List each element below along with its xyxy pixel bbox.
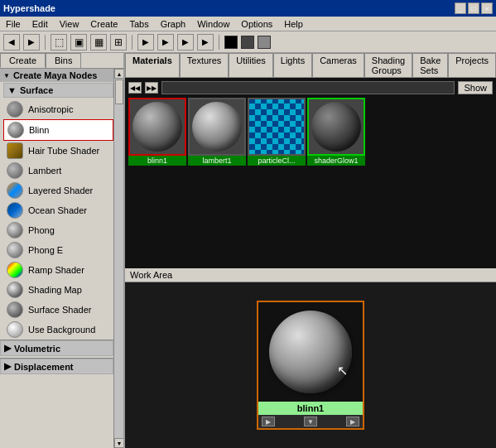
- shader-shading-map[interactable]: Shading Map: [3, 280, 113, 300]
- material-thumb-particle-img: [248, 98, 306, 156]
- shader-anisotropic[interactable]: Anisotropic: [3, 99, 113, 119]
- toolbar-btn-8[interactable]: ▶: [197, 34, 214, 51]
- shader-phong-e[interactable]: Phong E: [3, 240, 113, 260]
- menu-tabs[interactable]: Tabs: [127, 18, 151, 30]
- color-swatch-dark[interactable]: [241, 36, 254, 49]
- work-area-content: ↖ blinn1 ▶ ▼ ▶: [125, 282, 496, 448]
- phong-e-icon: [7, 242, 23, 258]
- toolbar-btn-7[interactable]: ▶: [177, 34, 194, 51]
- surface-shader-icon: [7, 301, 23, 318]
- menu-window[interactable]: Window: [195, 18, 232, 30]
- work-node-sphere-area: ↖: [258, 302, 363, 402]
- tab-utilities[interactable]: Utilities: [229, 53, 272, 77]
- maximize-button[interactable]: □: [468, 2, 479, 14]
- tab-projects[interactable]: Projects: [448, 53, 496, 77]
- scroll-up[interactable]: ▲: [114, 69, 123, 79]
- work-node-label: blinn1: [258, 402, 363, 415]
- materials-show-button[interactable]: Show: [458, 81, 493, 94]
- color-swatch-gray[interactable]: [258, 36, 271, 49]
- tab-materials[interactable]: Materials: [125, 53, 180, 77]
- tab-create[interactable]: Create: [0, 53, 46, 68]
- tab-shading-groups[interactable]: Shading Groups: [364, 53, 412, 77]
- materials-search-input[interactable]: [161, 81, 455, 94]
- hair-tube-icon: [7, 142, 23, 159]
- toolbar-forward-button[interactable]: ▶: [23, 34, 40, 51]
- left-scrollbar[interactable]: ▲ ▼: [113, 69, 123, 448]
- right-panel: Materials Textures Utilities Lights Came…: [125, 53, 496, 448]
- ocean-icon: [7, 202, 23, 219]
- tab-bins[interactable]: Bins: [46, 53, 81, 68]
- tab-bake-sets[interactable]: Bake Sets: [412, 53, 448, 77]
- menu-create[interactable]: Create: [88, 18, 120, 30]
- toolbar-btn-2[interactable]: ▣: [70, 34, 87, 51]
- volumetric-section: ▶ Volumetric: [0, 340, 113, 356]
- scroll-down[interactable]: ▼: [114, 438, 123, 448]
- menu-graph[interactable]: Graph: [158, 18, 189, 30]
- port-right-button[interactable]: ▶: [346, 417, 359, 426]
- menu-edit[interactable]: Edit: [30, 18, 51, 30]
- port-middle-button[interactable]: ▼: [304, 417, 317, 426]
- toolbar-btn-6[interactable]: ▶: [157, 34, 174, 51]
- lambert1-label: lambert1: [188, 156, 246, 166]
- menu-help[interactable]: Help: [282, 18, 306, 30]
- toolbar-btn-4[interactable]: ⊞: [110, 34, 127, 51]
- work-area: Work Area ↖ blinn1 ▶ ▼ ▶: [125, 268, 496, 448]
- shader-ocean[interactable]: Ocean Shader: [3, 200, 113, 220]
- toolbar-btn-3[interactable]: ▦: [90, 34, 107, 51]
- work-area-header: Work Area: [125, 268, 496, 282]
- work-area-label: Work Area: [130, 270, 172, 280]
- shader-lambert[interactable]: Lambert: [3, 161, 113, 181]
- shader-surface[interactable]: Surface Shader: [3, 300, 113, 320]
- materials-grid: blinn1 lambert1 particleCl...: [128, 98, 493, 166]
- anisotropic-icon: [7, 101, 23, 118]
- nav-left-button[interactable]: ◀◀: [128, 82, 142, 94]
- port-left-button[interactable]: ▶: [262, 417, 275, 426]
- shaderglow-sphere: [311, 102, 361, 152]
- material-particle[interactable]: particleCl...: [248, 98, 306, 166]
- material-lambert1[interactable]: lambert1: [188, 98, 246, 166]
- toolbar-btn-5[interactable]: ▶: [137, 34, 154, 51]
- toolbar: ◀ ▶ ⬚ ▣ ▦ ⊞ ▶ ▶ ▶ ▶: [0, 31, 496, 53]
- displacement-header[interactable]: ▶ Displacement: [0, 359, 113, 374]
- create-maya-nodes-header[interactable]: ▼ Create Maya Nodes: [0, 69, 113, 82]
- tab-textures[interactable]: Textures: [180, 53, 229, 77]
- window-title: Hypershade: [3, 3, 55, 13]
- work-node-ports: ▶ ▼ ▶: [258, 415, 363, 428]
- lambert1-sphere: [192, 102, 242, 152]
- volumetric-label: Volumetric: [14, 344, 60, 354]
- shader-hair-tube[interactable]: Hair Tube Shader: [3, 141, 113, 161]
- tab-lights[interactable]: Lights: [273, 53, 312, 77]
- surface-subsection: ▼ Surface Anisotropic Blinn Hair Tube Sh…: [3, 83, 113, 340]
- left-inner: ▼ Create Maya Nodes ▼ Surface Anisotropi…: [0, 69, 123, 448]
- toolbar-back-button[interactable]: ◀: [3, 34, 20, 51]
- phong-e-label: Phong E: [28, 245, 63, 255]
- shader-use-bg[interactable]: Use Background: [3, 320, 113, 340]
- surface-header[interactable]: ▼ Surface: [3, 83, 113, 98]
- menu-view[interactable]: View: [57, 18, 82, 30]
- material-shaderglow[interactable]: shaderGlow1: [307, 98, 365, 166]
- tab-cameras[interactable]: Cameras: [312, 53, 364, 77]
- menu-options[interactable]: Options: [238, 18, 275, 30]
- particle-checker: [249, 98, 304, 156]
- toolbar-btn-1[interactable]: ⬚: [51, 34, 67, 51]
- menu-file[interactable]: File: [3, 18, 23, 30]
- color-swatch-black[interactable]: [224, 36, 238, 49]
- create-content: ▼ Create Maya Nodes ▼ Surface Anisotropi…: [0, 69, 113, 448]
- toolbar-sep-2: [132, 35, 132, 50]
- material-blinn1[interactable]: blinn1: [128, 98, 186, 166]
- shader-phong[interactable]: Phong: [3, 220, 113, 240]
- scroll-thumb[interactable]: [115, 79, 123, 104]
- close-button[interactable]: ×: [481, 2, 493, 14]
- particle-label: particleCl...: [248, 156, 306, 166]
- shader-ramp[interactable]: Ramp Shader: [3, 260, 113, 280]
- volumetric-header[interactable]: ▶ Volumetric: [0, 340, 113, 356]
- minimize-button[interactable]: _: [455, 2, 466, 14]
- nav-right-button[interactable]: ▶▶: [145, 82, 158, 94]
- blinn-label: Blinn: [29, 125, 49, 135]
- shader-layered[interactable]: Layered Shader: [3, 181, 113, 200]
- work-node-blinn1[interactable]: ↖ blinn1 ▶ ▼ ▶: [257, 301, 364, 430]
- section-label: Create Maya Nodes: [13, 70, 98, 80]
- surface-triangle: ▼: [7, 85, 17, 95]
- shader-blinn[interactable]: Blinn: [3, 119, 113, 141]
- main-content: Create Bins ▼ Create Maya Nodes ▼ Surfac…: [0, 53, 496, 448]
